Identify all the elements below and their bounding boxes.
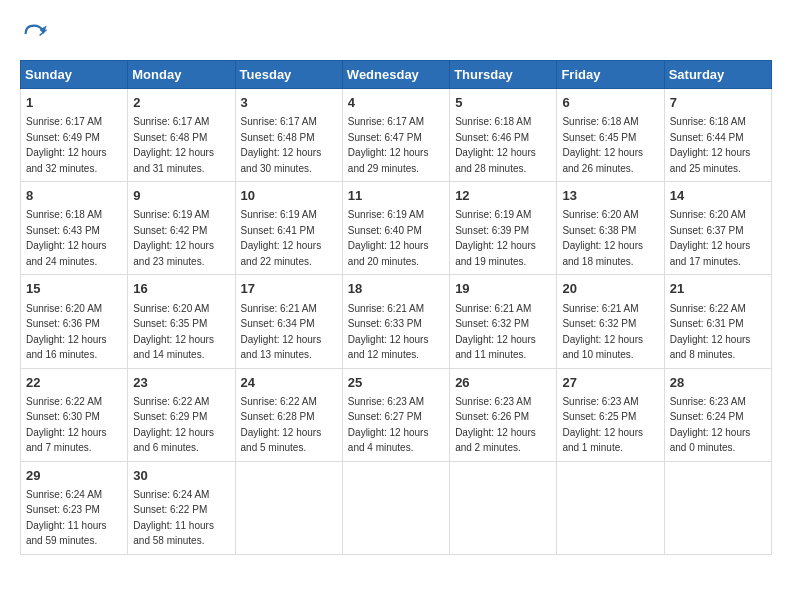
calendar-cell: 30 Sunrise: 6:24 AMSunset: 6:22 PMDaylig… bbox=[128, 461, 235, 554]
day-number: 15 bbox=[26, 280, 122, 298]
day-info: Sunrise: 6:24 AMSunset: 6:22 PMDaylight:… bbox=[133, 489, 214, 547]
col-tuesday: Tuesday bbox=[235, 61, 342, 89]
calendar-cell: 29 Sunrise: 6:24 AMSunset: 6:23 PMDaylig… bbox=[21, 461, 128, 554]
col-thursday: Thursday bbox=[450, 61, 557, 89]
calendar-cell bbox=[450, 461, 557, 554]
page: Sunday Monday Tuesday Wednesday Thursday… bbox=[0, 0, 792, 565]
day-number: 21 bbox=[670, 280, 766, 298]
week-row-3: 15 Sunrise: 6:20 AMSunset: 6:36 PMDaylig… bbox=[21, 275, 772, 368]
day-number: 6 bbox=[562, 94, 658, 112]
day-info: Sunrise: 6:22 AMSunset: 6:30 PMDaylight:… bbox=[26, 396, 107, 454]
calendar-cell bbox=[557, 461, 664, 554]
day-info: Sunrise: 6:23 AMSunset: 6:27 PMDaylight:… bbox=[348, 396, 429, 454]
calendar-cell: 26 Sunrise: 6:23 AMSunset: 6:26 PMDaylig… bbox=[450, 368, 557, 461]
col-wednesday: Wednesday bbox=[342, 61, 449, 89]
day-number: 3 bbox=[241, 94, 337, 112]
day-info: Sunrise: 6:24 AMSunset: 6:23 PMDaylight:… bbox=[26, 489, 107, 547]
day-info: Sunrise: 6:23 AMSunset: 6:26 PMDaylight:… bbox=[455, 396, 536, 454]
calendar-cell: 13 Sunrise: 6:20 AMSunset: 6:38 PMDaylig… bbox=[557, 182, 664, 275]
day-number: 22 bbox=[26, 374, 122, 392]
day-info: Sunrise: 6:17 AMSunset: 6:49 PMDaylight:… bbox=[26, 116, 107, 174]
calendar-cell: 22 Sunrise: 6:22 AMSunset: 6:30 PMDaylig… bbox=[21, 368, 128, 461]
header bbox=[20, 20, 772, 48]
day-number: 27 bbox=[562, 374, 658, 392]
day-number: 11 bbox=[348, 187, 444, 205]
day-info: Sunrise: 6:18 AMSunset: 6:44 PMDaylight:… bbox=[670, 116, 751, 174]
day-info: Sunrise: 6:22 AMSunset: 6:31 PMDaylight:… bbox=[670, 303, 751, 361]
day-number: 2 bbox=[133, 94, 229, 112]
day-number: 9 bbox=[133, 187, 229, 205]
calendar-cell: 25 Sunrise: 6:23 AMSunset: 6:27 PMDaylig… bbox=[342, 368, 449, 461]
col-monday: Monday bbox=[128, 61, 235, 89]
day-number: 8 bbox=[26, 187, 122, 205]
calendar-cell: 12 Sunrise: 6:19 AMSunset: 6:39 PMDaylig… bbox=[450, 182, 557, 275]
day-info: Sunrise: 6:20 AMSunset: 6:37 PMDaylight:… bbox=[670, 209, 751, 267]
day-number: 28 bbox=[670, 374, 766, 392]
day-header-row: Sunday Monday Tuesday Wednesday Thursday… bbox=[21, 61, 772, 89]
calendar-cell bbox=[664, 461, 771, 554]
day-info: Sunrise: 6:19 AMSunset: 6:42 PMDaylight:… bbox=[133, 209, 214, 267]
calendar-cell: 17 Sunrise: 6:21 AMSunset: 6:34 PMDaylig… bbox=[235, 275, 342, 368]
calendar-cell: 6 Sunrise: 6:18 AMSunset: 6:45 PMDayligh… bbox=[557, 89, 664, 182]
day-number: 4 bbox=[348, 94, 444, 112]
day-number: 26 bbox=[455, 374, 551, 392]
calendar-cell: 9 Sunrise: 6:19 AMSunset: 6:42 PMDayligh… bbox=[128, 182, 235, 275]
calendar-cell bbox=[235, 461, 342, 554]
day-info: Sunrise: 6:19 AMSunset: 6:41 PMDaylight:… bbox=[241, 209, 322, 267]
calendar-cell: 1 Sunrise: 6:17 AMSunset: 6:49 PMDayligh… bbox=[21, 89, 128, 182]
day-info: Sunrise: 6:21 AMSunset: 6:32 PMDaylight:… bbox=[455, 303, 536, 361]
calendar-cell: 11 Sunrise: 6:19 AMSunset: 6:40 PMDaylig… bbox=[342, 182, 449, 275]
calendar-cell: 3 Sunrise: 6:17 AMSunset: 6:48 PMDayligh… bbox=[235, 89, 342, 182]
calendar-cell: 23 Sunrise: 6:22 AMSunset: 6:29 PMDaylig… bbox=[128, 368, 235, 461]
col-sunday: Sunday bbox=[21, 61, 128, 89]
day-info: Sunrise: 6:23 AMSunset: 6:25 PMDaylight:… bbox=[562, 396, 643, 454]
day-number: 19 bbox=[455, 280, 551, 298]
day-number: 24 bbox=[241, 374, 337, 392]
general-blue-icon bbox=[20, 20, 48, 48]
calendar-cell: 27 Sunrise: 6:23 AMSunset: 6:25 PMDaylig… bbox=[557, 368, 664, 461]
day-info: Sunrise: 6:23 AMSunset: 6:24 PMDaylight:… bbox=[670, 396, 751, 454]
day-number: 20 bbox=[562, 280, 658, 298]
day-number: 10 bbox=[241, 187, 337, 205]
week-row-2: 8 Sunrise: 6:18 AMSunset: 6:43 PMDayligh… bbox=[21, 182, 772, 275]
calendar-cell: 16 Sunrise: 6:20 AMSunset: 6:35 PMDaylig… bbox=[128, 275, 235, 368]
day-number: 17 bbox=[241, 280, 337, 298]
calendar-cell: 18 Sunrise: 6:21 AMSunset: 6:33 PMDaylig… bbox=[342, 275, 449, 368]
day-number: 23 bbox=[133, 374, 229, 392]
day-number: 12 bbox=[455, 187, 551, 205]
calendar-cell: 10 Sunrise: 6:19 AMSunset: 6:41 PMDaylig… bbox=[235, 182, 342, 275]
day-info: Sunrise: 6:17 AMSunset: 6:48 PMDaylight:… bbox=[133, 116, 214, 174]
calendar-cell: 20 Sunrise: 6:21 AMSunset: 6:32 PMDaylig… bbox=[557, 275, 664, 368]
day-info: Sunrise: 6:21 AMSunset: 6:33 PMDaylight:… bbox=[348, 303, 429, 361]
col-saturday: Saturday bbox=[664, 61, 771, 89]
week-row-1: 1 Sunrise: 6:17 AMSunset: 6:49 PMDayligh… bbox=[21, 89, 772, 182]
calendar-cell: 8 Sunrise: 6:18 AMSunset: 6:43 PMDayligh… bbox=[21, 182, 128, 275]
col-friday: Friday bbox=[557, 61, 664, 89]
calendar-cell: 19 Sunrise: 6:21 AMSunset: 6:32 PMDaylig… bbox=[450, 275, 557, 368]
logo bbox=[20, 20, 54, 48]
day-info: Sunrise: 6:22 AMSunset: 6:28 PMDaylight:… bbox=[241, 396, 322, 454]
day-info: Sunrise: 6:18 AMSunset: 6:45 PMDaylight:… bbox=[562, 116, 643, 174]
day-number: 30 bbox=[133, 467, 229, 485]
day-number: 29 bbox=[26, 467, 122, 485]
day-number: 5 bbox=[455, 94, 551, 112]
day-number: 1 bbox=[26, 94, 122, 112]
calendar-cell: 15 Sunrise: 6:20 AMSunset: 6:36 PMDaylig… bbox=[21, 275, 128, 368]
day-number: 7 bbox=[670, 94, 766, 112]
calendar: Sunday Monday Tuesday Wednesday Thursday… bbox=[20, 60, 772, 555]
calendar-cell bbox=[342, 461, 449, 554]
day-number: 25 bbox=[348, 374, 444, 392]
calendar-cell: 14 Sunrise: 6:20 AMSunset: 6:37 PMDaylig… bbox=[664, 182, 771, 275]
calendar-cell: 24 Sunrise: 6:22 AMSunset: 6:28 PMDaylig… bbox=[235, 368, 342, 461]
day-info: Sunrise: 6:19 AMSunset: 6:39 PMDaylight:… bbox=[455, 209, 536, 267]
calendar-cell: 7 Sunrise: 6:18 AMSunset: 6:44 PMDayligh… bbox=[664, 89, 771, 182]
day-number: 13 bbox=[562, 187, 658, 205]
day-number: 16 bbox=[133, 280, 229, 298]
day-info: Sunrise: 6:20 AMSunset: 6:35 PMDaylight:… bbox=[133, 303, 214, 361]
calendar-cell: 2 Sunrise: 6:17 AMSunset: 6:48 PMDayligh… bbox=[128, 89, 235, 182]
day-number: 14 bbox=[670, 187, 766, 205]
day-info: Sunrise: 6:19 AMSunset: 6:40 PMDaylight:… bbox=[348, 209, 429, 267]
day-info: Sunrise: 6:18 AMSunset: 6:46 PMDaylight:… bbox=[455, 116, 536, 174]
day-info: Sunrise: 6:17 AMSunset: 6:48 PMDaylight:… bbox=[241, 116, 322, 174]
day-info: Sunrise: 6:20 AMSunset: 6:38 PMDaylight:… bbox=[562, 209, 643, 267]
